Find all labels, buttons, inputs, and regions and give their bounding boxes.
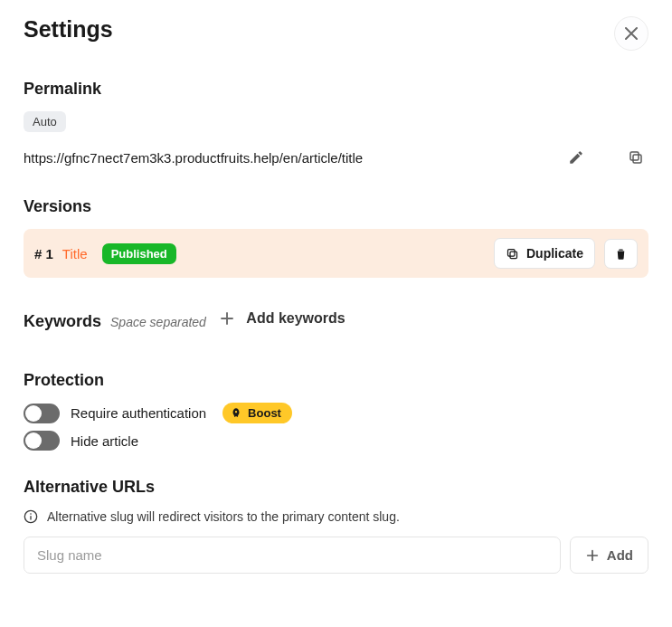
- duplicate-label: Duplicate: [526, 246, 583, 261]
- version-title: Title: [62, 246, 88, 261]
- svg-rect-6: [30, 516, 31, 520]
- permalink-heading: Permalink: [24, 80, 101, 99]
- keywords-section: Keywords Space separated Add keywords: [24, 305, 648, 344]
- hide-article-label: Hide article: [71, 433, 138, 449]
- alternative-urls-heading: Alternative URLs: [24, 478, 155, 497]
- page-title: Settings: [24, 16, 113, 43]
- version-status-badge: Published: [102, 243, 176, 264]
- version-row[interactable]: # 1 Title Published Duplicate: [24, 229, 648, 278]
- protection-heading: Protection: [24, 371, 104, 390]
- require-auth-toggle[interactable]: [24, 404, 60, 423]
- permalink-mode-badge: Auto: [24, 111, 66, 132]
- alternative-urls-section: Alternative URLs Alternative slug will r…: [24, 478, 648, 574]
- boost-badge[interactable]: Boost: [222, 403, 292, 423]
- copy-icon: [628, 149, 644, 166]
- svg-rect-2: [510, 252, 517, 259]
- add-keywords-button[interactable]: Add keywords: [210, 305, 354, 332]
- info-icon: [24, 509, 38, 524]
- add-slug-button[interactable]: Add: [570, 537, 648, 574]
- permalink-section: Permalink Auto https://gfnc7nect7em3k3.p…: [24, 80, 648, 170]
- delete-version-button[interactable]: [604, 239, 638, 269]
- keywords-heading: Keywords: [24, 312, 101, 331]
- permalink-url: https://gfnc7nect7em3k3.productfruits.he…: [24, 150, 549, 166]
- close-button[interactable]: [614, 16, 648, 51]
- rocket-icon: [230, 407, 242, 420]
- boost-label: Boost: [248, 406, 281, 420]
- edit-icon: [568, 149, 584, 166]
- versions-section: Versions # 1 Title Published Duplicate: [24, 197, 648, 278]
- svg-point-5: [30, 513, 32, 515]
- keywords-heading-row: Keywords Space separated: [24, 312, 206, 331]
- svg-rect-1: [630, 152, 639, 160]
- svg-rect-3: [507, 249, 515, 256]
- hide-article-toggle[interactable]: [24, 431, 60, 451]
- close-icon: [625, 27, 638, 40]
- version-number: # 1: [34, 246, 53, 261]
- copy-permalink-button[interactable]: [623, 145, 648, 170]
- protection-section: Protection Require authentication Boost …: [24, 371, 648, 451]
- keywords-hint: Space separated: [110, 315, 206, 329]
- trash-icon: [614, 247, 628, 261]
- require-auth-label: Require authentication: [71, 405, 206, 421]
- svg-rect-0: [633, 155, 641, 163]
- slug-input[interactable]: [24, 537, 561, 574]
- duplicate-icon: [506, 247, 519, 261]
- add-slug-label: Add: [607, 547, 633, 563]
- plus-icon: [585, 548, 600, 563]
- edit-permalink-button[interactable]: [563, 145, 589, 170]
- duplicate-version-button[interactable]: Duplicate: [494, 238, 595, 269]
- add-keywords-label: Add keywords: [246, 310, 345, 327]
- plus-icon: [219, 310, 235, 327]
- versions-heading: Versions: [24, 197, 91, 216]
- alternative-urls-info: Alternative slug will redirect visitors …: [47, 509, 400, 524]
